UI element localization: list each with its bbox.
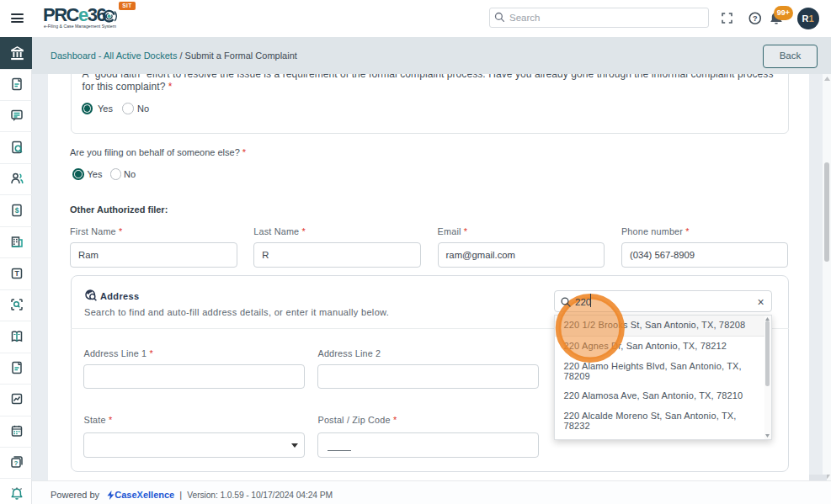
svg-text:T: T: [14, 269, 19, 278]
svg-text:$: $: [14, 206, 19, 215]
svg-text:?: ?: [752, 14, 757, 23]
svg-text:?: ?: [13, 459, 18, 467]
